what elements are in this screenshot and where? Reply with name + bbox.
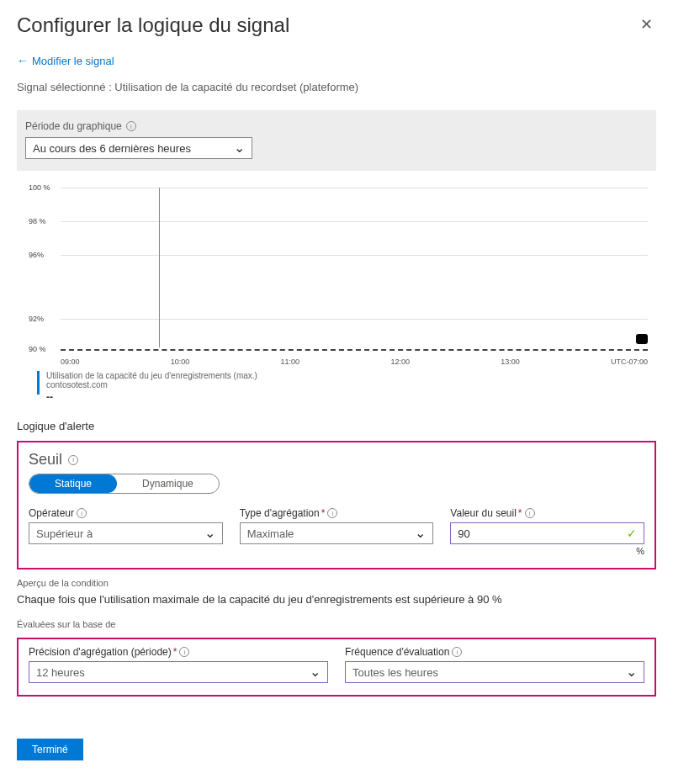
panel-header: Configurer la logique du signal ✕ bbox=[17, 13, 656, 37]
operator-select[interactable]: Supérieur à bbox=[29, 522, 223, 544]
threshold-unit: % bbox=[450, 546, 644, 556]
chart-data-point bbox=[636, 334, 648, 344]
frequency-label: Fréquence d'évaluation i bbox=[345, 646, 644, 658]
chart-x-axis: 09:00 10:00 11:00 12:00 13:00 UTC-07:00 bbox=[61, 358, 648, 366]
close-icon[interactable]: ✕ bbox=[637, 13, 656, 35]
chart-hover-line bbox=[159, 188, 160, 347]
info-icon[interactable]: i bbox=[179, 647, 189, 657]
chevron-down-icon bbox=[234, 142, 245, 155]
threshold-title: Seuil i bbox=[29, 451, 644, 469]
chart-period-label: Période du graphique i bbox=[25, 120, 648, 132]
metric-chart: 100 % 98 % 96% 92% 90 % 09:00 10:00 11:0… bbox=[37, 188, 656, 403]
toggle-static[interactable]: Statique bbox=[29, 474, 117, 493]
aggregation-type-select[interactable]: Maximale bbox=[240, 522, 434, 544]
chevron-down-icon bbox=[415, 527, 426, 540]
chart-period-value: Au cours des 6 dernières heures bbox=[33, 142, 191, 155]
done-button[interactable]: Terminé bbox=[17, 739, 83, 760]
frequency-select[interactable]: Toutes les heures bbox=[345, 661, 644, 683]
alert-logic-section-title: Logique d'alerte bbox=[17, 420, 656, 432]
chart-y-tick: 90 % bbox=[29, 345, 46, 353]
arrow-left-icon: ← bbox=[17, 54, 29, 67]
toggle-dynamic[interactable]: Dynamique bbox=[117, 474, 219, 493]
chart-y-tick: 92% bbox=[29, 315, 44, 323]
info-icon[interactable]: i bbox=[525, 508, 535, 518]
evaluated-label: Évaluées sur la base de bbox=[17, 619, 656, 629]
info-icon[interactable]: i bbox=[68, 455, 78, 465]
chart-period-section: Période du graphique i Au cours des 6 de… bbox=[17, 110, 656, 171]
granularity-select[interactable]: 12 heures bbox=[29, 661, 328, 683]
chart-threshold-line bbox=[61, 349, 648, 351]
chevron-down-icon bbox=[310, 666, 321, 679]
threshold-value-input[interactable]: 90 ✓ bbox=[450, 522, 644, 544]
aggregation-label: Type d'agrégation* i bbox=[240, 507, 434, 519]
condition-preview-label: Aperçu de la condition bbox=[17, 578, 656, 588]
info-icon[interactable]: i bbox=[77, 508, 87, 518]
chart-period-select[interactable]: Au cours des 6 dernières heures bbox=[25, 137, 252, 159]
chart-y-tick: 98 % bbox=[29, 217, 46, 225]
legend-value: -- bbox=[46, 391, 257, 403]
chart-y-tick: 100 % bbox=[29, 183, 50, 192]
info-icon[interactable]: i bbox=[452, 647, 462, 657]
chart-y-tick: 96% bbox=[29, 251, 44, 259]
legend-series-name: Utilisation de la capacité du jeu d'enre… bbox=[46, 371, 257, 380]
evaluation-config-box: Précision d'agrégation (période)* i 12 h… bbox=[17, 638, 656, 697]
legend-resource: contosotest.com bbox=[46, 380, 257, 389]
back-link-label: Modifier le signal bbox=[32, 55, 114, 67]
back-link[interactable]: ← Modifier le signal bbox=[17, 54, 114, 67]
info-icon[interactable]: i bbox=[327, 508, 337, 518]
chevron-down-icon bbox=[204, 527, 215, 540]
legend-color-bar bbox=[37, 371, 40, 395]
threshold-type-toggle[interactable]: Statique Dynamique bbox=[29, 474, 220, 494]
condition-preview-text: Chaque fois que l'utilisation maximale d… bbox=[17, 593, 656, 606]
page-title: Configurer la logique du signal bbox=[17, 13, 289, 37]
granularity-label: Précision d'agrégation (période)* i bbox=[29, 646, 328, 658]
operator-label: Opérateur i bbox=[29, 507, 223, 519]
threshold-value-label: Valeur du seuil* i bbox=[450, 507, 644, 519]
checkmark-icon: ✓ bbox=[627, 527, 637, 540]
chevron-down-icon bbox=[626, 666, 637, 679]
chart-legend: Utilisation de la capacité du jeu d'enre… bbox=[37, 371, 656, 403]
threshold-config-box: Seuil i Statique Dynamique Opérateur i S… bbox=[17, 441, 656, 569]
info-icon[interactable]: i bbox=[126, 121, 136, 131]
signal-selected-text: Signal sélectionné : Utilisation de la c… bbox=[17, 81, 656, 93]
